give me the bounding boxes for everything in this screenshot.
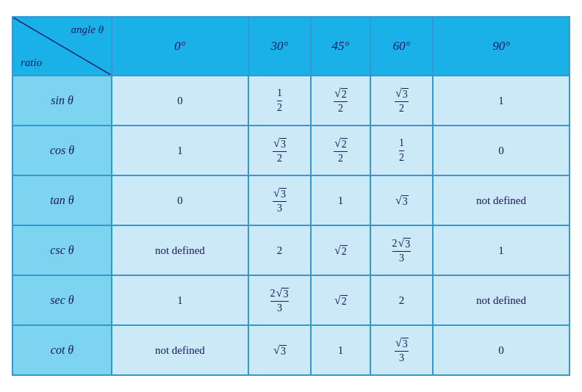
csc-0: not defined [112,225,248,275]
cos-label: cos θ [12,126,112,175]
header-45deg: 45° [311,17,370,76]
sec-row: sec θ 1 23 3 2 2 not defined [12,275,570,325]
tan-30: 3 3 [248,175,311,225]
cos-45: 2 2 [311,126,370,175]
sec-0: 1 [112,275,248,325]
sin-60: 3 2 [370,76,433,126]
trig-ratios-table: angle θ ratio 0° 30° 45° 60° 90° sin θ 0… [12,16,570,376]
header-60deg: 60° [370,17,433,76]
sin-90: 1 [433,76,570,126]
tan-90: not defined [433,175,570,225]
sec-90: not defined [433,275,570,325]
csc-90: 1 [433,225,570,275]
fraction-1-2-cos60: 1 2 [399,137,404,164]
cot-0: not defined [112,325,248,375]
sin-45: 2 2 [311,76,370,126]
fraction-sqrt3-2: 3 2 [395,86,409,115]
fraction-1-2: 1 2 [277,87,282,115]
cot-60: 3 3 [370,325,433,375]
cos-0: 1 [112,126,248,175]
csc-row: csc θ not defined 2 2 23 3 1 [12,225,570,275]
cot-45: 1 [311,325,370,375]
cot-label: cot θ [12,325,112,375]
csc-30: 2 [248,225,311,275]
fraction-sqrt3-2-cos30: 3 2 [273,136,287,165]
corner-ratio-label: ratio [21,57,42,69]
csc-45: 2 [311,225,370,275]
fraction-2sqrt3-3-csc60: 23 3 [392,236,412,265]
csc-60: 23 3 [370,225,433,275]
header-0deg: 0° [112,17,248,76]
cot-90: 0 [433,325,570,375]
cot-row: cot θ not defined 3 1 3 3 0 [12,325,570,375]
tan-label: tan θ [12,175,112,225]
sin-row: sin θ 0 1 2 2 2 3 2 1 [12,76,570,126]
fraction-sqrt3-3-cot60: 3 3 [395,335,409,365]
sec-30: 23 3 [248,275,311,325]
fraction-2sqrt3-3-sec30: 23 3 [270,286,290,315]
fraction-sqrt3-3-tan30: 3 3 [273,186,287,215]
cos-30: 3 2 [248,126,311,175]
sin-label: sin θ [12,76,112,126]
cos-60: 1 2 [370,126,433,175]
sec-60: 2 [370,275,433,325]
csc-label: csc θ [12,225,112,275]
tan-0: 0 [112,175,248,225]
sec-label: sec θ [12,275,112,325]
cos-row: cos θ 1 3 2 2 2 1 2 0 [12,126,570,175]
corner-cell: angle θ ratio [12,17,112,76]
fraction-sqrt2-2-cos45: 2 2 [334,136,348,165]
header-90deg: 90° [433,17,570,76]
corner-angle-label: angle θ [71,23,104,36]
sin-0: 0 [112,76,248,126]
header-30deg: 30° [248,17,311,76]
sin-30: 1 2 [248,76,311,126]
sec-45: 2 [311,275,370,325]
cos-90: 0 [433,126,570,175]
tan-row: tan θ 0 3 3 1 3 not defined [12,175,570,225]
cot-30: 3 [248,325,311,375]
tan-45: 1 [311,175,370,225]
fraction-sqrt2-2: 2 2 [334,86,348,115]
tan-60: 3 [370,175,433,225]
header-row: angle θ ratio 0° 30° 45° 60° 90° [12,17,570,76]
